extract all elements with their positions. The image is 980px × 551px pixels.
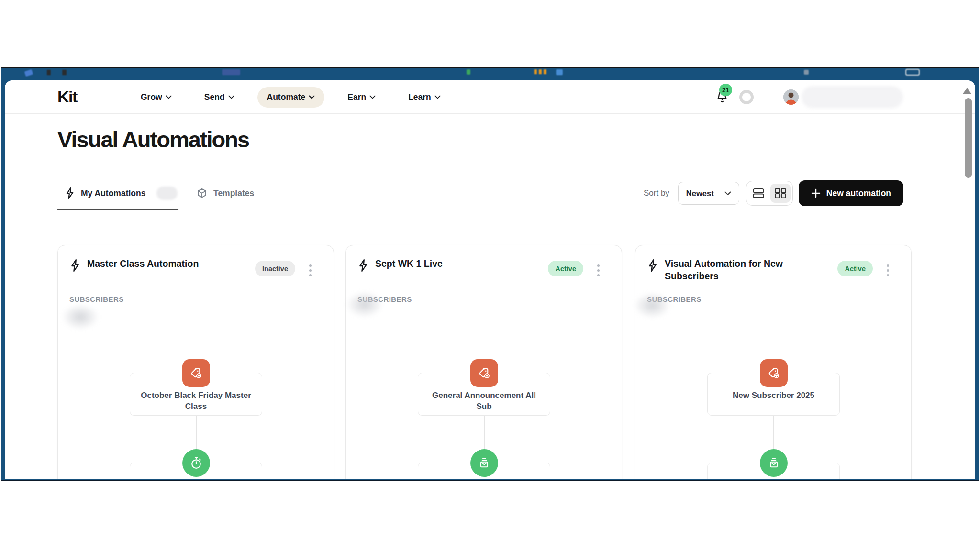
card-header: Visual Automation for New Subscribers — [647, 258, 805, 282]
grid-view-button[interactable] — [770, 184, 791, 203]
primary-nav: Grow Send Automate Earn Learn — [124, 80, 457, 114]
scrollbar-thumb[interactable] — [965, 98, 972, 178]
nav-item-grow[interactable]: Grow — [131, 87, 181, 108]
grid-view-icon — [774, 187, 787, 199]
card-menu-button[interactable] — [307, 263, 313, 278]
nav-item-label: Send — [204, 92, 225, 102]
nav-item-automate[interactable]: Automate — [257, 87, 325, 108]
tab-my-automations[interactable]: My Automations — [65, 184, 145, 203]
browser-tab-fragment — [534, 69, 537, 74]
status-badge: Active — [837, 261, 873, 276]
status-badge: Active — [548, 261, 583, 276]
scrollbar-up-arrow[interactable] — [963, 88, 971, 94]
notification-count-badge: 21 — [719, 84, 732, 96]
kit-app-surface: Kit Grow Send Automate Earn — [5, 80, 975, 479]
browser-tab-fragment — [47, 70, 51, 75]
card-menu-button[interactable] — [595, 263, 601, 278]
new-automation-label: New automation — [826, 188, 891, 198]
nav-item-learn[interactable]: Learn — [399, 87, 450, 108]
kit-logo[interactable]: Kit — [57, 88, 77, 106]
browser-tab-fragment — [24, 69, 33, 77]
subscribers-label: SUBSCRIBERS — [69, 295, 124, 303]
page-title: Visual Automations — [57, 126, 249, 153]
trigger-node-label: October Black Friday Master Class — [141, 391, 251, 411]
navbar-right-cluster: 21 — [715, 80, 903, 114]
sort-selected-value: Newest — [686, 189, 714, 198]
redacted-subscriber-count — [62, 304, 99, 330]
chevron-down-icon — [724, 191, 731, 196]
nav-item-label: Earn — [347, 92, 366, 102]
browser-tab-fragment — [222, 69, 240, 75]
email-icon — [470, 449, 498, 477]
notifications-button[interactable]: 21 — [715, 89, 730, 105]
trigger-node-label: General Announcement All Sub — [432, 391, 536, 411]
browser-tab-fragment — [467, 69, 470, 75]
automation-card[interactable]: Master Class Automation Inactive SUBSCRI… — [57, 245, 334, 479]
browser-tab-fragment — [62, 70, 67, 75]
redacted-subscriber-count — [634, 292, 671, 319]
lightning-icon — [65, 187, 75, 199]
lightning-icon — [647, 259, 658, 272]
new-automation-button[interactable]: New automation — [799, 180, 903, 206]
automation-title: Master Class Automation — [87, 258, 199, 270]
automation-title: Sept WK 1 Live — [375, 258, 443, 270]
nav-item-earn[interactable]: Earn — [338, 87, 385, 108]
view-toggle-group — [746, 181, 793, 206]
tag-add-icon — [760, 359, 788, 387]
tag-add-icon — [182, 359, 210, 387]
tag-add-icon — [470, 359, 498, 387]
person-icon — [783, 89, 799, 105]
automation-card[interactable]: Visual Automation for New Subscribers Ac… — [635, 245, 912, 479]
chevron-down-icon — [369, 95, 376, 99]
plus-icon — [811, 188, 821, 198]
cube-icon — [196, 187, 208, 199]
automation-title: Visual Automation for New Subscribers — [665, 258, 805, 282]
list-toolbar: Sort by Newest — [644, 180, 903, 206]
tab-label: My Automations — [81, 188, 145, 198]
top-navbar: Kit Grow Send Automate Earn — [5, 80, 975, 114]
chevron-down-icon — [228, 95, 234, 99]
active-tab-underline — [57, 209, 178, 210]
nav-item-label: Grow — [141, 92, 162, 102]
nav-item-send[interactable]: Send — [195, 87, 244, 108]
list-view-icon — [752, 187, 765, 199]
redacted-tab-count — [156, 187, 178, 200]
sort-by-label: Sort by — [644, 188, 669, 198]
list-view-button[interactable] — [748, 184, 768, 203]
screenshot-canvas: Kit Grow Send Automate Earn — [0, 0, 980, 551]
browser-tab-fragment — [544, 69, 546, 74]
browser-tab-fragment — [804, 70, 809, 75]
chevron-down-icon — [309, 95, 315, 99]
redacted-subscriber-count — [346, 291, 383, 318]
nav-item-label: Automate — [267, 92, 306, 102]
timer-icon — [182, 449, 210, 477]
redacted-account-name — [802, 86, 903, 108]
header-divider — [5, 214, 975, 214]
browser-tab-fragment — [539, 69, 542, 74]
window-restore-icon[interactable] — [905, 69, 920, 76]
user-avatar[interactable] — [783, 89, 799, 105]
lightning-icon — [69, 259, 81, 272]
card-header: Sept WK 1 Live — [357, 258, 515, 272]
chevron-down-icon — [166, 95, 172, 99]
tab-templates[interactable]: Templates — [196, 184, 254, 203]
browser-tab-fragment — [556, 69, 563, 75]
status-badge: Inactive — [255, 261, 295, 276]
card-header: Master Class Automation — [69, 258, 227, 272]
chevron-down-icon — [434, 95, 441, 99]
tab-label: Templates — [213, 188, 254, 198]
lightning-icon — [357, 259, 369, 272]
email-icon — [760, 449, 788, 477]
trigger-node-label: New Subscriber 2025 — [733, 391, 814, 400]
loading-ring-icon — [739, 90, 754, 104]
card-menu-button[interactable] — [885, 263, 891, 278]
sort-select[interactable]: Newest — [678, 182, 739, 205]
nav-item-label: Learn — [408, 92, 431, 102]
automation-card[interactable]: Sept WK 1 Live Active SUBSCRIBERS Genera… — [345, 245, 622, 479]
